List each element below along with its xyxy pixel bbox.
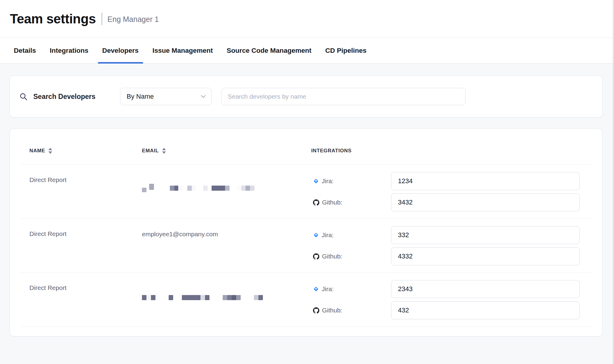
table-row: Direct Report Jira: — [20, 273, 592, 327]
developer-email — [142, 273, 311, 326]
jira-label-text: Jira: — [322, 231, 334, 239]
github-icon — [313, 253, 319, 260]
jira-label-text: Jira: — [322, 285, 334, 293]
jira-label: Jira: — [311, 285, 391, 293]
developer-name: Direct Report — [20, 219, 142, 272]
tab-developers[interactable]: Developers — [95, 38, 146, 63]
github-id-input[interactable] — [391, 193, 580, 211]
table-row: Direct Report employee1@company.com Jira… — [20, 219, 592, 273]
search-filter-value: By Name — [127, 93, 154, 100]
jira-id-input[interactable] — [391, 226, 580, 244]
table-row: Direct Report Jira: — [20, 165, 592, 219]
developer-integrations: Jira: Github: — [311, 219, 592, 272]
search-input[interactable] — [221, 88, 465, 105]
tab-bar: Details Integrations Developers Issue Ma… — [0, 38, 614, 64]
page-header: Team settings Eng Manager 1 — [0, 0, 614, 38]
github-label: Github: — [311, 253, 391, 260]
github-label-text: Github: — [322, 253, 342, 260]
tab-source-code-management[interactable]: Source Code Management — [220, 38, 318, 63]
sort-name-button[interactable] — [48, 148, 53, 154]
team-name: Eng Manager 1 — [107, 14, 159, 24]
table-header-row: NAME EMAIL INTEGRATIONS — [20, 129, 592, 165]
column-header-integrations: INTEGRATIONS — [311, 148, 592, 154]
jira-label: Jira: — [311, 231, 391, 239]
github-label-text: Github: — [322, 199, 342, 206]
jira-id-input[interactable] — [391, 280, 580, 298]
developer-email — [142, 165, 311, 218]
column-header-integrations-label: INTEGRATIONS — [311, 148, 351, 154]
jira-label: Jira: — [311, 178, 391, 185]
redacted-email — [142, 177, 311, 192]
github-icon — [313, 307, 319, 314]
developer-name: Direct Report — [20, 165, 142, 218]
github-id-input[interactable] — [391, 247, 580, 265]
github-id-input[interactable] — [391, 301, 580, 319]
redacted-email — [142, 285, 311, 300]
column-header-name: NAME — [20, 148, 142, 154]
github-label: Github: — [311, 307, 391, 314]
jira-label-text: Jira: — [322, 178, 334, 185]
github-label-text: Github: — [322, 307, 342, 314]
tab-issue-management[interactable]: Issue Management — [146, 38, 220, 63]
column-header-name-label: NAME — [29, 148, 45, 154]
jira-icon — [313, 286, 319, 292]
jira-id-input[interactable] — [391, 172, 580, 190]
developer-name: Direct Report — [20, 273, 142, 326]
github-icon — [313, 199, 319, 206]
developer-email: employee1@company.com — [142, 219, 311, 272]
email-text: employee1@company.com — [142, 231, 218, 237]
jira-icon — [313, 232, 319, 238]
tab-integrations[interactable]: Integrations — [43, 38, 95, 63]
search-panel: Search Developers By Name — [10, 76, 603, 118]
developer-integrations: Jira: Github: — [311, 273, 592, 326]
chevron-down-icon — [201, 95, 206, 98]
search-filter-select[interactable]: By Name — [120, 88, 212, 105]
tab-details[interactable]: Details — [7, 38, 43, 63]
developer-integrations: Jira: Github: — [311, 165, 592, 218]
github-label: Github: — [311, 199, 391, 206]
title-divider — [101, 13, 102, 25]
developers-table: NAME EMAIL INTEGRATIONS Direct Report — [10, 129, 603, 336]
column-header-email: EMAIL — [142, 148, 311, 154]
column-header-email-label: EMAIL — [142, 148, 159, 154]
search-icon — [20, 93, 27, 100]
jira-icon — [313, 178, 319, 184]
page-title: Team settings — [10, 11, 96, 26]
window-scrollbar-edge — [613, 0, 614, 364]
tab-cd-pipelines[interactable]: CD Pipelines — [318, 38, 374, 63]
search-developers-label: Search Developers — [33, 93, 110, 101]
sort-email-button[interactable] — [162, 148, 166, 154]
